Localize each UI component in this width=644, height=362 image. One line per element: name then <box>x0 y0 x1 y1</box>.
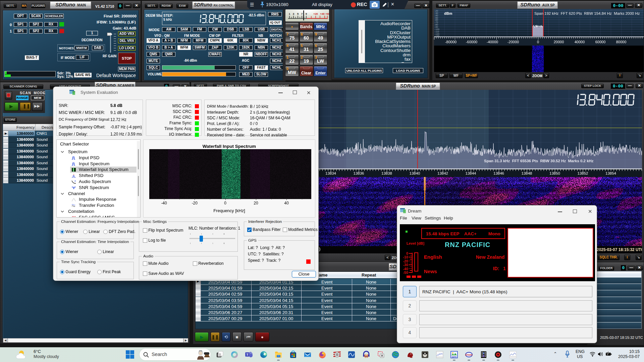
svg-text:5: 5 <box>297 12 299 15</box>
svg-text:9: 9 <box>306 12 307 15</box>
svg-text:T: T <box>247 353 249 356</box>
svg-text:+40: +40 <box>320 12 325 15</box>
svg-text:+20: +20 <box>313 12 318 15</box>
svg-text:3: 3 <box>293 12 294 15</box>
svg-text:7: 7 <box>301 12 303 15</box>
svg-text:+60: +60 <box>325 12 329 15</box>
svg-text:SSTV: SSTV <box>452 356 457 358</box>
svg-text:1: 1 <box>289 12 290 15</box>
svg-text:Dream: Dream <box>465 354 473 356</box>
